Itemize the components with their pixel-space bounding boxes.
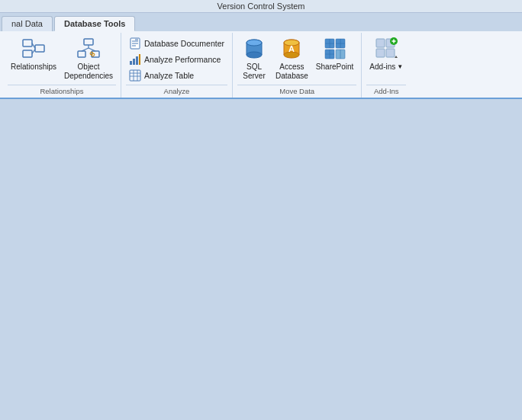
ribbon-group-relationships: Relationships <box>3 33 121 98</box>
svg-rect-2 <box>35 45 44 52</box>
sql-server-button[interactable]: SQL Server <box>237 34 271 82</box>
svg-point-30 <box>246 40 262 46</box>
database-documenter-label: Database Documenter <box>144 39 224 48</box>
svg-rect-22 <box>130 70 140 81</box>
move-data-group-label: Move Data <box>237 85 356 98</box>
relationships-group-label: Relationships <box>8 85 116 98</box>
analyze-performance-icon <box>129 53 141 66</box>
object-dependencies-label: Object Dependencies <box>64 63 113 81</box>
database-documenter-button[interactable]: Database Documenter <box>126 36 227 51</box>
analyze-buttons: Database Documenter Analyze Performance <box>126 34 227 83</box>
svg-rect-5 <box>84 39 93 45</box>
svg-text:A: A <box>288 44 295 53</box>
svg-rect-54 <box>386 49 395 57</box>
analyze-table-button[interactable]: Analyze Table <box>126 68 197 83</box>
analyze-performance-button[interactable]: Analyze Performance <box>126 52 224 67</box>
svg-rect-19 <box>133 59 135 65</box>
svg-rect-6 <box>78 51 85 57</box>
ribbon: Relationships <box>0 31 522 99</box>
access-database-icon: A <box>279 37 304 61</box>
svg-marker-58 <box>395 56 398 58</box>
svg-rect-1 <box>23 50 32 57</box>
sharepoint-label: SharePoint <box>316 63 353 72</box>
object-dependencies-button[interactable]: Object Dependencies <box>61 34 116 82</box>
ribbon-group-move-data: SQL Server A Access Database <box>233 33 362 98</box>
tab-bar: nal Data Database Tools <box>0 13 522 31</box>
svg-rect-18 <box>130 61 132 65</box>
relationships-buttons: Relationships <box>8 34 116 83</box>
svg-rect-20 <box>136 56 138 65</box>
relationships-icon <box>21 37 46 61</box>
analyze-table-label: Analyze Table <box>144 71 194 80</box>
sharepoint-icon <box>323 37 347 61</box>
svg-rect-53 <box>376 49 385 57</box>
main-content <box>0 99 522 420</box>
add-ins-label: Add-ins ▼ <box>369 63 403 72</box>
svg-rect-21 <box>139 54 140 65</box>
move-data-buttons: SQL Server A Access Database <box>237 34 356 83</box>
ribbon-group-analyze: Database Documenter Analyze Performance <box>121 33 233 98</box>
analyze-table-icon <box>129 69 141 82</box>
tab-database-tools[interactable]: Database Tools <box>54 16 136 31</box>
add-ins-button[interactable]: Add-ins ▼ <box>366 34 406 73</box>
relationships-label: Relationships <box>11 63 56 72</box>
add-ins-buttons: Add-ins ▼ <box>366 34 406 83</box>
relationships-button[interactable]: Relationships <box>8 34 60 73</box>
ribbon-group-add-ins: Add-ins ▼ Add-Ins <box>362 33 411 98</box>
sharepoint-button[interactable]: SharePoint <box>313 34 356 73</box>
access-database-label: Access Database <box>276 63 308 81</box>
database-documenter-icon <box>129 37 141 50</box>
sql-server-icon <box>242 37 266 61</box>
svg-rect-0 <box>23 40 32 46</box>
analyze-performance-label: Analyze Performance <box>144 55 221 64</box>
title-bar: Version Control System <box>0 0 522 13</box>
object-dependencies-icon <box>76 37 101 61</box>
analyze-group-label: Analyze <box>126 85 227 98</box>
svg-rect-51 <box>376 39 385 47</box>
svg-point-29 <box>246 52 262 58</box>
sql-server-label: SQL Server <box>243 63 265 81</box>
tab-external-data[interactable]: nal Data <box>2 16 53 31</box>
title-text: Version Control System <box>218 2 305 11</box>
add-ins-icon <box>374 37 398 61</box>
add-ins-group-label: Add-Ins <box>366 85 406 98</box>
svg-rect-17 <box>135 38 138 41</box>
access-database-button[interactable]: A Access Database <box>272 34 311 82</box>
